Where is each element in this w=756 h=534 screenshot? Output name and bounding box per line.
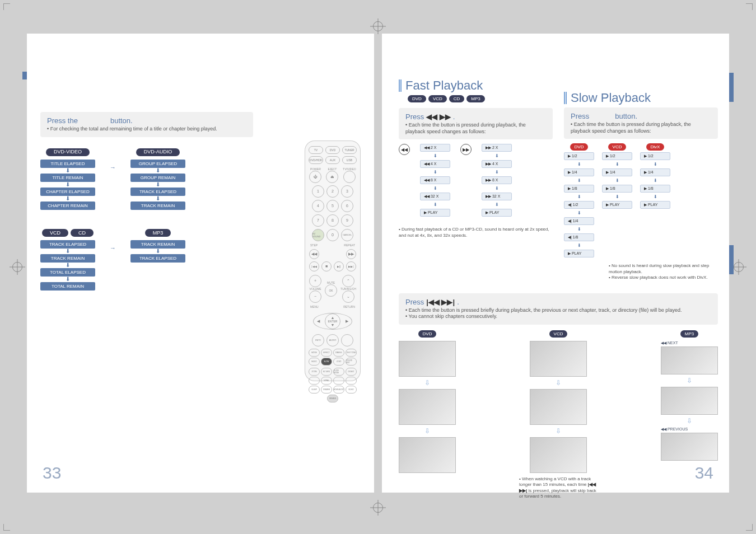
arrow-down-icon: ⇩ (687, 417, 692, 425)
registration-mark-icon (12, 262, 22, 272)
flow-label: DVD-VIDEO (46, 148, 90, 156)
flow-arrow-right-icon: → (110, 164, 116, 171)
heading-bars-icon (564, 92, 567, 104)
speed-item: ◀◀ 2 X (420, 144, 450, 152)
disc-badge: MP3 (466, 95, 484, 102)
disc-badge-row: DVD VCD CD MP3 (408, 95, 553, 102)
speed-item: ▶▶ 2 X (482, 144, 512, 152)
screenshot-placeholder (661, 387, 718, 415)
bot-btn: EZ VIEW (321, 368, 332, 376)
slow-item: ▶ 1/8 (602, 185, 632, 193)
bot-btn: DIMMER (321, 386, 332, 394)
remote-illustration: TV DVD TUNER DVD/HDD AUX USB POWER ⏻ EJE… (305, 140, 361, 381)
return-label: RETURN (343, 305, 355, 308)
registration-mark-icon (734, 262, 744, 272)
press-bullet: Each time the button is pressed during p… (405, 122, 546, 135)
flow-label: CD (71, 229, 94, 237)
disc-badge: VCD (428, 95, 447, 102)
flow-col-mp3: MP3 TRACK REMAIN ⬇ TRACK ELAPSED (130, 229, 185, 291)
mp3-next-label: ◀◀ NEXT (661, 341, 678, 345)
slow-item: ▶ PLAY (564, 250, 594, 257)
speed-item: ▶▶ 8 X (482, 176, 512, 184)
speed-item: ◀◀ 32 X (420, 193, 450, 200)
footnote: During fast playback of a CD or MP3-CD, … (399, 227, 553, 238)
dpad-down-icon: ▼ (331, 323, 335, 327)
slow-item: ◀| 1/4 (564, 217, 594, 225)
press-instruction-block: Press ◀◀ ▶▶ . Each time the button is pr… (399, 108, 553, 139)
flow-arrow-down-icon: ⬇ (66, 249, 70, 254)
next-icon: ▶▶| (346, 261, 356, 271)
ezsound-btn: EZ SOUND (312, 229, 324, 241)
flow-arrow-down-icon: ⬇ (156, 168, 160, 174)
prev-icon: |◀◀ (309, 261, 319, 271)
mid-btn: SOUND EDIT (346, 358, 357, 366)
stop-icon: ■ (321, 261, 332, 271)
rewind-forward-icons: ◀◀ ▶▶ (426, 113, 451, 121)
mp3-prev-label: ◀◀ PREVIOUS (661, 427, 688, 432)
volume-label: VOLUME (310, 287, 321, 291)
mute-label: MUTE (327, 281, 335, 284)
press-instruction-block: Press |◀◀ ▶▶| . Each time the button is … (399, 293, 718, 325)
flow-arrow-down-icon: ⬇ (66, 168, 70, 174)
prev-next-icons: |◀◀ ▶▶| (426, 298, 455, 306)
vol-down: − (309, 291, 321, 303)
disc-badge: DVD (418, 330, 437, 338)
mid-btn: MUSIC (309, 358, 320, 366)
vcd-skip-note-1: When watching a VCD with a track longer … (519, 476, 591, 487)
disc-badge: VCD (608, 143, 627, 151)
bot-btn: HDMI AUDIO (333, 386, 344, 394)
flow-item: CHAPTER REMAIN (40, 202, 95, 210)
arrow-down-icon: ⇩ (687, 377, 692, 385)
screenshot-placeholder (661, 433, 718, 461)
press-bullet: Each time the button is pressed briefly … (405, 307, 711, 314)
disc-badge: DivX (646, 143, 665, 151)
section-heading-slow: Slow Playback (564, 91, 718, 105)
page-number: 34 (695, 463, 713, 483)
ch-down-icon: ⌄ (342, 291, 354, 303)
slow-col-vcd: VCD ▶ 1/2⬇ ▶ 1/4⬇ ▶ 1/8⬇ ▶ PLAY (602, 143, 632, 209)
slow-item: ▶ 1/8 (564, 185, 594, 193)
flow-arrow-down-icon: ⬇ (156, 182, 160, 188)
press-suffix: button. (110, 116, 133, 125)
mid-btn: EFFECT (321, 349, 332, 357)
slow-item: ◀| 1/8 (564, 233, 594, 241)
flow-item: TRACK REMAIN (40, 254, 95, 263)
num-2: 2 (326, 185, 339, 198)
arrow-down-icon: ⬇ (433, 153, 437, 158)
crop-mark (3, 524, 10, 531)
footnote: Reverse slow playback does not work with… (609, 275, 718, 280)
dpad-left-icon: ◀ (317, 319, 320, 324)
flow-item: GROUP ELAPSED (130, 160, 185, 168)
slow-item: ▶ 1/4 (640, 168, 670, 176)
arrow-down-icon: ⬇ (495, 202, 499, 207)
arrow-down-icon: ⬇ (495, 186, 499, 191)
bot-btn (333, 377, 344, 385)
screenshot-placeholder (530, 437, 587, 473)
remote-btn-usb: USB (342, 156, 357, 164)
screenshot-placeholder (399, 389, 456, 425)
crop-mark (746, 3, 753, 10)
eject-label: EJECT (328, 167, 337, 171)
slow-item: ◀| 1/2 (564, 201, 594, 209)
dpad-up-icon: ▲ (331, 316, 335, 320)
arrow-down-icon: ⇩ (424, 427, 430, 435)
num-6: 6 (341, 200, 353, 212)
bot-btn: DIGEST (346, 368, 357, 376)
rewind-icon: ◀◀ (309, 249, 319, 259)
disc-badge: CD (449, 95, 465, 102)
info-btn: INFO (312, 334, 324, 346)
num-0: 0 (326, 229, 339, 241)
crop-mark (746, 524, 753, 531)
skip-col-vcd: VCD ⇩ ⇩ When watching a VCD with a track… (519, 330, 598, 500)
flow-col-vcd-cd: VCD CD TRACK ELAPSED ⬇ TRACK REMAIN ⬇ TO… (40, 229, 95, 291)
press-instruction-block: Press button. Each time the button is pr… (564, 107, 718, 139)
speed-item: ▶ PLAY (420, 209, 450, 217)
num-7: 7 (312, 214, 324, 227)
slow-col-dvd: DVD ▶ 1/2⬇ ▶ 1/4⬇ ▶ 1/8⬇ ◀| 1/2⬇ ◀| 1/4⬇… (564, 143, 594, 257)
arrow-down-icon: ⬇ (433, 186, 437, 191)
flow-item: TRACK ELAPSED (130, 254, 185, 263)
screenshot-placeholder (530, 389, 587, 425)
flow-col-dvd-audio: DVD-AUDIO GROUP ELAPSED ⬇ GROUP REMAIN ⬇… (130, 148, 185, 210)
heading-bars-icon (399, 79, 402, 92)
bot-btn: ZOOM (309, 368, 320, 376)
